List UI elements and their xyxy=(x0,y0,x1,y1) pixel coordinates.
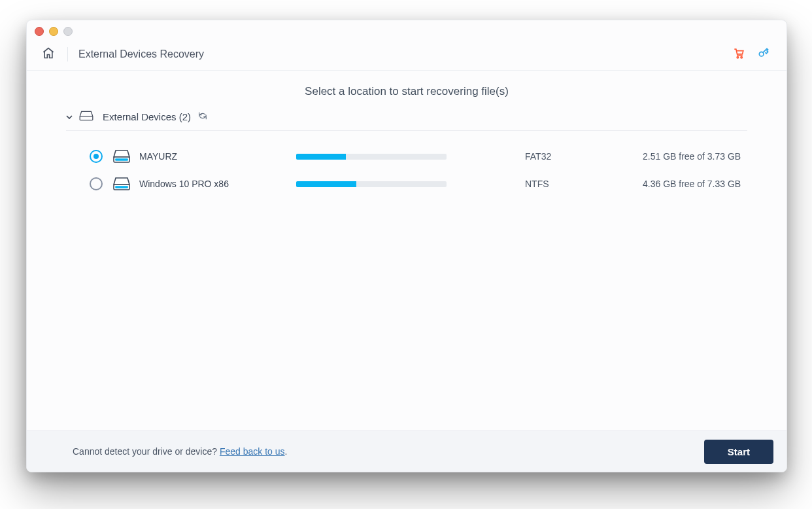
key-icon xyxy=(757,46,770,62)
group-divider xyxy=(66,130,747,131)
cart-icon xyxy=(732,46,745,62)
drive-icon xyxy=(113,149,130,164)
device-row[interactable]: MAYURZFAT322.51 GB free of 3.73 GB xyxy=(66,143,747,170)
device-name: MAYURZ xyxy=(139,151,296,162)
device-name: Windows 10 PRO x86 xyxy=(139,179,296,189)
refresh-icon xyxy=(197,111,208,123)
group-label: External Devices (2) xyxy=(103,111,191,122)
device-row[interactable]: Windows 10 PRO x86NTFS4.36 GB free of 7.… xyxy=(66,170,747,198)
footer-bar: Cannot detect your drive or device? Feed… xyxy=(27,430,787,472)
header-divider xyxy=(67,47,68,61)
device-space: 4.36 GB free of 7.33 GB xyxy=(643,179,741,189)
window-close-button[interactable] xyxy=(35,27,44,36)
activate-button[interactable] xyxy=(754,44,773,64)
device-filesystem: FAT32 xyxy=(525,151,643,162)
usage-bar xyxy=(296,154,447,160)
svg-rect-6 xyxy=(115,186,128,188)
device-radio[interactable] xyxy=(90,150,103,163)
device-space: 2.51 GB free of 3.73 GB xyxy=(643,151,741,162)
device-filesystem: NTFS xyxy=(525,179,643,189)
main-content: Select a location to start recovering fi… xyxy=(27,71,787,430)
refresh-button[interactable] xyxy=(197,111,208,123)
svg-rect-4 xyxy=(115,158,128,161)
app-window: External Devices Recovery Sel xyxy=(26,20,787,472)
window-zoom-button[interactable] xyxy=(63,27,73,36)
window-titlebar xyxy=(27,20,787,39)
instruction-text: Select a location to start recovering fi… xyxy=(27,85,787,98)
svg-point-2 xyxy=(759,52,764,56)
group-external-devices[interactable]: External Devices (2) xyxy=(66,110,747,130)
start-button[interactable]: Start xyxy=(704,440,773,464)
drive-group-icon xyxy=(79,110,93,124)
feedback-link[interactable]: Feed back to us xyxy=(220,446,285,457)
footer-help-text: Cannot detect your drive or device? Feed… xyxy=(73,446,287,457)
home-button[interactable] xyxy=(40,46,57,63)
drive-icon xyxy=(113,177,130,191)
chevron-down-icon xyxy=(66,114,73,122)
home-icon xyxy=(42,46,55,62)
device-radio[interactable] xyxy=(90,177,103,190)
footer-period: . xyxy=(285,446,288,457)
window-minimize-button[interactable] xyxy=(49,27,58,36)
cart-button[interactable] xyxy=(729,44,749,64)
page-title: External Devices Recovery xyxy=(78,48,204,60)
svg-point-1 xyxy=(741,57,742,58)
app-header: External Devices Recovery xyxy=(27,39,787,71)
svg-point-0 xyxy=(737,57,738,58)
footer-question: Cannot detect your drive or device? xyxy=(73,446,220,457)
usage-bar xyxy=(296,181,447,187)
